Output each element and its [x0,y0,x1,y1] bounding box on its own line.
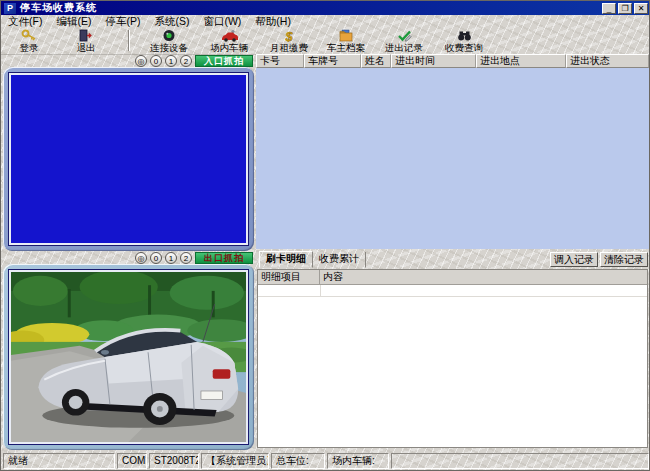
tab-fee-total[interactable]: 收费累计 [313,252,366,268]
folder-icon [338,29,354,42]
column-inout-time[interactable]: 进出时间 [391,54,476,68]
menu-edit[interactable]: 编辑(E) [49,15,98,28]
check-pencil-icon [397,29,412,42]
toolbar-label: 收费查询 [445,43,483,53]
clear-records-button[interactable]: 清除记录 [600,252,648,267]
cam-select-all-button[interactable]: ◎ [135,55,147,67]
toolbar-label: 连接设备 [150,43,188,53]
tab-card-detail[interactable]: 刷卡明细 [259,251,313,268]
logout-button[interactable]: 退出 [62,29,110,53]
status-ready: 就绪 [3,453,115,469]
detail-header-row: 明细项目 内容 [258,270,647,285]
cam-2-button[interactable]: 2 [180,252,192,264]
toolbar-label: 场内车辆 [210,43,248,53]
column-content: 内容 [320,270,647,284]
connect-device-button[interactable]: 连接设备 [140,29,198,53]
menu-parking[interactable]: 停车(P) [98,15,147,28]
inout-records-button[interactable]: 进出记录 [375,29,433,53]
vehicles-inside-button[interactable]: 场内车辆 [200,29,258,53]
record-buttons: 调入记录 清除记录 [550,252,648,268]
binoculars-icon [457,29,472,42]
window-controls: _ ❐ ✕ [602,3,650,14]
cam-0-button[interactable]: 0 [150,55,162,67]
owner-files-button[interactable]: 车主档案 [317,29,375,53]
records-header-row: 卡号 车牌号 姓名 进出时间 进出地点 进出状态 [256,54,649,68]
detail-section: 刷卡明细 收费累计 调入记录 清除记录 明细项目 内容 [256,251,649,450]
column-divider [320,285,321,297]
page-title: 停车场收费系统 [20,1,97,15]
empty-row [258,285,647,297]
title-bar: P 停车场收费系统 _ ❐ ✕ [1,1,650,15]
key-icon [21,29,37,42]
status-operator: 【系统管理员】 [201,453,269,469]
load-records-button[interactable]: 调入记录 [550,252,598,267]
app-window: P 停车场收费系统 _ ❐ ✕ 文件(F) 编辑(E) 停车(P) 系统(S) … [0,0,650,471]
toolbar-label: 退出 [77,43,96,53]
cam-0-button[interactable]: 0 [150,252,162,264]
menu-system[interactable]: 系统(S) [147,15,196,28]
entrance-capture-badge: 入口抓拍 [195,55,253,67]
menu-help[interactable]: 帮助(H) [248,15,298,28]
login-button[interactable]: 登录 [5,29,53,53]
toolbar-label: 进出记录 [385,43,423,53]
column-plate-no[interactable]: 车牌号 [304,54,361,68]
detail-table: 明细项目 内容 [257,269,648,448]
inout-records-table: 卡号 车牌号 姓名 进出时间 进出地点 进出状态 [256,54,649,249]
entrance-camera-controls: ◎ 0 1 2 入口抓拍 [3,54,254,67]
column-inout-status[interactable]: 进出状态 [566,54,649,68]
detail-table-body [258,285,647,447]
dollar-icon: $ [283,29,295,42]
close-button[interactable]: ✕ [634,3,648,14]
fee-query-button[interactable]: 收费查询 [433,29,495,53]
svg-text:$: $ [284,29,293,42]
exit-camera-panel: ◎ 0 1 2 出口抓拍 [3,251,254,450]
device-lens-icon [162,29,176,42]
status-com-port: COM1 [117,453,147,469]
entrance-video-frame [3,67,254,251]
detail-tabs: 刷卡明细 收费累计 调入记录 清除记录 [256,251,649,268]
status-total-spaces: 总车位: [271,453,325,469]
exit-video-frame [3,264,254,450]
status-device-model: ST2008T2 [149,453,199,469]
status-extra [391,453,649,469]
menu-bar: 文件(F) 编辑(E) 停车(P) 系统(S) 窗口(W) 帮助(H) [1,15,650,28]
toolbar: 登录 退出 连接设备 场内车辆 $ 月租缴费 [1,28,650,55]
maximize-button[interactable]: ❐ [618,3,632,14]
column-inout-place[interactable]: 进出地点 [476,54,566,68]
exit-capture-badge: 出口抓拍 [195,252,253,264]
exit-camera-controls: ◎ 0 1 2 出口抓拍 [3,251,254,264]
status-inside-vehicles: 场内车辆: [327,453,389,469]
status-bar: 就绪 COM1 ST2008T2 【系统管理员】 总车位: 场内车辆: [1,452,650,470]
monthly-payment-button[interactable]: $ 月租缴费 [260,29,318,53]
toolbar-separator [128,30,130,51]
menu-window[interactable]: 窗口(W) [196,15,248,28]
column-name[interactable]: 姓名 [361,54,391,68]
records-body [256,68,649,249]
entrance-video-screen [9,73,248,245]
exit-video-screen [9,270,248,444]
exit-door-icon [79,29,93,42]
toolbar-label: 月租缴费 [270,43,308,53]
red-car-icon [220,29,238,42]
app-icon: P [4,3,16,14]
column-card-no[interactable]: 卡号 [256,54,304,68]
cam-1-button[interactable]: 1 [165,55,177,67]
menu-file[interactable]: 文件(F) [1,15,49,28]
minimize-button[interactable]: _ [602,3,616,14]
captured-car-photo [11,272,246,442]
entrance-camera-panel: ◎ 0 1 2 入口抓拍 [3,54,254,251]
toolbar-label: 车主档案 [327,43,365,53]
column-detail-item: 明细项目 [258,270,320,284]
cam-1-button[interactable]: 1 [165,252,177,264]
cam-2-button[interactable]: 2 [180,55,192,67]
cam-select-all-button[interactable]: ◎ [135,252,147,264]
toolbar-label: 登录 [20,43,39,53]
